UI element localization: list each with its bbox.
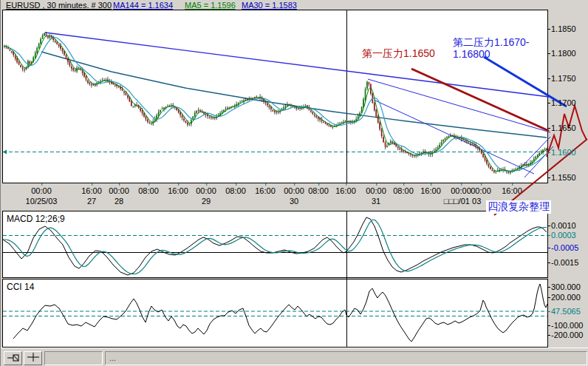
macd-axis-label: -0.0005 (551, 243, 578, 252)
price-axis-label: 1.1550 (551, 173, 576, 182)
crosshair-tool-button[interactable] (24, 351, 42, 365)
macd-axis-label: 0.0003 (551, 231, 576, 240)
macd-axis-label: 0.0010 (551, 221, 576, 230)
date-axis-label: 29 (202, 197, 211, 206)
chart-title: EURUSD , 30 minutes. # 300 (6, 1, 112, 10)
time-axis-label: 08:00 (308, 186, 329, 195)
price-axis-label: 1.1750 (551, 74, 576, 83)
status-bar: ... (1, 348, 588, 366)
cci-indicator-label: CCI 14 (7, 282, 34, 292)
price-axis-label: 1.1850 (551, 24, 576, 33)
macd-axis-label: -0.0015 (551, 258, 578, 267)
time-axis-label: 16:00 (420, 186, 441, 195)
time-axis-label: 16:00 (502, 186, 522, 195)
first-resistance-annotation: 第一压力1.1650 (362, 47, 435, 61)
time-axis-label: 00:00 (366, 186, 386, 195)
date-axis-label: 10/25/03 (26, 197, 58, 206)
time-axis-label: 16:00 (335, 186, 356, 195)
chart-application-window: EURUSD , 30 minutes. # 300 MA144 = 1.163… (0, 0, 588, 366)
price-axis-label: 1.1700 (551, 98, 576, 107)
macd-indicator-label: MACD 12;26;9 (7, 214, 65, 224)
price-axis-label: 1.1650 (551, 123, 576, 132)
ma144-value-label: MA144 = 1.1634 (113, 1, 173, 10)
date-axis-label: 31 (372, 197, 380, 206)
current-price-label: 1.1600 (551, 148, 576, 157)
time-axis-label: 16:00 (81, 186, 102, 195)
date-axis-label: □□□/01 03 (444, 197, 482, 206)
wave-note-annotation: 四浪复杂整理 (486, 200, 551, 214)
time-axis-label: 00:00 (31, 186, 52, 195)
time-axis-label: 00:00 (471, 186, 491, 195)
cci-axis-label: -100.000 (551, 321, 583, 330)
crosshair-icon (27, 352, 40, 365)
macd-panel[interactable] (2, 211, 548, 278)
cci-axis-label: 300.000 (551, 282, 581, 291)
pin-icon (7, 352, 20, 365)
status-message-panel: ... (105, 351, 587, 365)
cci-axis-label: -200.000 (551, 331, 583, 339)
status-panel-empty (44, 351, 103, 365)
ma5-value-label: MA5 = 1.1596 (185, 1, 236, 10)
cci-current-value-label: 47.5065 (551, 307, 581, 316)
cci-axis-label: 200.000 (551, 293, 581, 302)
ma30-value-label: MA30 = 1.1583 (242, 1, 297, 10)
time-axis-label: 16:00 (168, 186, 188, 195)
time-axis-label: 08:00 (138, 186, 159, 195)
time-axis-label: 08:00 (393, 186, 414, 195)
time-axis-label: 00:00 (196, 186, 216, 195)
time-axis-label: 08:00 (225, 186, 246, 195)
time-axis-label: 00:00 (451, 186, 471, 195)
second-resistance-annotation-line2: 1.16800 (453, 48, 490, 60)
date-axis-label: 27 (87, 197, 96, 206)
pin-tool-button[interactable] (4, 351, 22, 365)
time-axis-label: 00:00 (109, 186, 129, 195)
time-axis-label: 16:00 (255, 186, 276, 195)
date-axis-label: 28 (114, 197, 123, 206)
time-axis-label: 00:00 (284, 186, 304, 195)
price-axis-label: 1.1800 (551, 49, 576, 58)
date-axis-label: 30 (290, 197, 298, 206)
cci-panel[interactable] (2, 279, 548, 348)
